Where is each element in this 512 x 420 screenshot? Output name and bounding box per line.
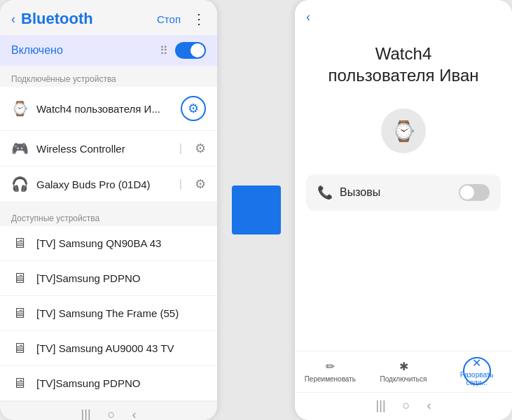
right-bottom-nav: ||| ○ ‹: [295, 392, 512, 420]
nav-back-icon[interactable]: ‹: [132, 407, 136, 420]
available-device-tv2[interactable]: 🖥 [TV]Samsung PDPNO: [0, 261, 217, 296]
nav-menu-icon[interactable]: |||: [81, 407, 91, 420]
available-section-label: Доступные устройства: [0, 206, 217, 226]
gear-icon-controller[interactable]: ⚙: [195, 141, 206, 156]
rename-icon: ✏: [326, 360, 335, 373]
disconnect-circle[interactable]: ✕ Разорвать соди...: [463, 357, 491, 385]
calls-toggle-row: 📞 Вызовы: [306, 174, 501, 211]
disconnect-icon: ✕: [472, 356, 481, 370]
connected-section-label: Подключённые устройства: [0, 67, 217, 87]
tv-icon: 🖥: [11, 305, 28, 321]
nav-home-icon[interactable]: ○: [403, 398, 410, 413]
tv-icon: 🖥: [11, 340, 28, 356]
toggle-icons: ⠿: [160, 42, 206, 59]
available-device-tv3[interactable]: 🖥 [TV] Samsung The Frame (55): [0, 296, 217, 331]
stop-button[interactable]: Стоп: [157, 13, 181, 25]
right-panel: ‹ Watch4 пользователя Иван ⌚ 📞 Вызовы ✏ …: [295, 0, 512, 420]
device-name-tv2: [TV]Samsung PDPNO: [36, 272, 206, 284]
device-name-tv3: [TV] Samsung The Frame (55): [36, 307, 206, 319]
available-device-tv4[interactable]: 🖥 [TV] Samsung AU9000 43 TV: [0, 331, 217, 366]
connect-label: Подключиться: [380, 375, 427, 383]
bluetooth-connect-icon: ✱: [399, 360, 408, 373]
device-name-tv1: [TV] Samsung QN90BA 43: [36, 237, 206, 249]
calls-label: Вызовы: [340, 186, 452, 199]
tv-icon: 🖥: [11, 270, 28, 286]
calls-icon: 📞: [317, 185, 333, 200]
connected-device-list: ⌚ Watch4 пользователя И... ⚙ 🎮 Wireless …: [0, 87, 217, 202]
device-name-watch: Watch4 пользователя И...: [36, 103, 172, 115]
gear-icon: ⚙: [188, 101, 199, 116]
device-settings-button-watch[interactable]: ⚙: [181, 96, 206, 121]
device-item-watch[interactable]: ⌚ Watch4 пользователя И... ⚙: [0, 87, 217, 131]
gamepad-icon: 🎮: [11, 140, 28, 157]
middle-spacer: [217, 0, 295, 420]
device-name-buds: Galaxy Buds Pro (01D4): [36, 178, 171, 190]
back-button[interactable]: ‹: [11, 12, 15, 27]
more-icon[interactable]: ⋮: [192, 10, 206, 27]
available-device-tv5[interactable]: 🖥 [TV]Samsung PDPNO: [0, 366, 217, 401]
connect-action[interactable]: ✱ Подключиться: [368, 360, 439, 383]
disconnect-label: Разорвать соди...: [460, 371, 494, 386]
nav-home-icon[interactable]: ○: [108, 407, 116, 420]
device-title: Watch4 пользователя Иван: [309, 43, 498, 86]
watch-icon: ⌚: [392, 120, 416, 143]
available-section: Доступные устройства 🖥 [TV] Samsung QN90…: [0, 206, 217, 401]
left-header: ‹ Bluetooth Стоп ⋮: [0, 0, 217, 35]
device-name-tv5: [TV]Samsung PDPNO: [36, 377, 206, 389]
nav-menu-icon[interactable]: |||: [376, 398, 386, 413]
device-name-controller: Wireless Controller: [36, 143, 171, 155]
bluetooth-toggle[interactable]: [175, 42, 206, 59]
left-bottom-nav: ||| ○ ‹: [0, 401, 217, 420]
calls-toggle[interactable]: [459, 184, 490, 201]
tv-icon: 🖥: [11, 375, 28, 391]
device-item-buds[interactable]: 🎧 Galaxy Buds Pro (01D4) | ⚙: [0, 167, 217, 202]
device-title-area: Watch4 пользователя Иван: [295, 31, 512, 94]
separator: |: [179, 178, 182, 190]
available-device-tv1[interactable]: 🖥 [TV] Samsung QN90BA 43: [0, 226, 217, 261]
device-item-controller[interactable]: 🎮 Wireless Controller | ⚙: [0, 131, 217, 167]
nav-back-icon[interactable]: ‹: [427, 398, 431, 413]
loading-dots-icon: ⠿: [160, 44, 168, 57]
rename-action[interactable]: ✏ Переименовать: [295, 360, 366, 383]
right-back-button[interactable]: ‹: [306, 10, 310, 24]
right-header: ‹: [295, 0, 512, 31]
left-panel: ‹ Bluetooth Стоп ⋮ Включено ⠿ Подключённ…: [0, 0, 217, 420]
blue-rectangle: [232, 186, 281, 234]
page-title: Bluetooth: [21, 10, 151, 28]
bluetooth-toggle-row: Включено ⠿: [0, 35, 217, 66]
separator: |: [179, 142, 182, 155]
watch-icon: ⌚: [11, 100, 28, 117]
rename-label: Переименовать: [305, 375, 356, 383]
toggle-label: Включено: [11, 44, 63, 57]
gear-icon-buds[interactable]: ⚙: [195, 176, 206, 192]
tv-icon: 🖥: [11, 235, 28, 251]
available-device-list: 🖥 [TV] Samsung QN90BA 43 🖥 [TV]Samsung P…: [0, 226, 217, 401]
device-name-tv4: [TV] Samsung AU9000 43 TV: [36, 342, 206, 354]
earbuds-icon: 🎧: [11, 176, 28, 192]
device-watch-image: ⌚: [381, 108, 426, 153]
right-bottom-actions: ✏ Переименовать ✱ Подключиться ✕ Разорва…: [295, 351, 512, 392]
disconnect-action[interactable]: ✕ Разорвать соди...: [441, 357, 512, 385]
